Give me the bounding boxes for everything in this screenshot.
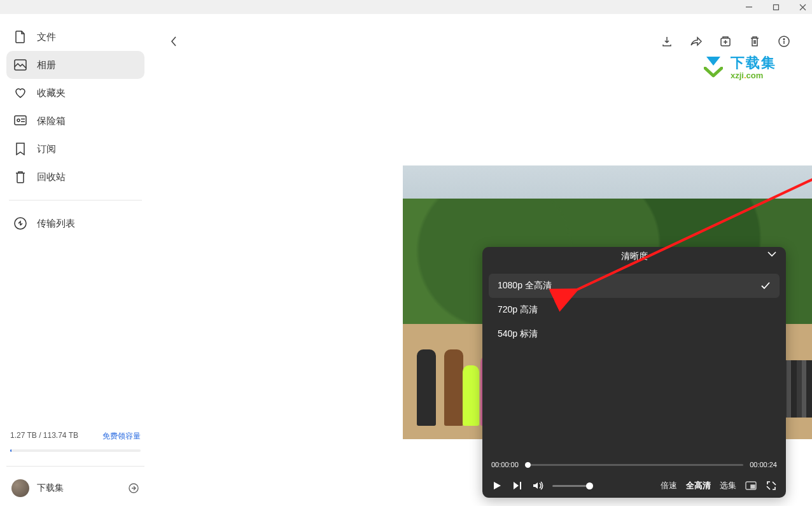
progress-track[interactable]	[525, 464, 743, 466]
svg-rect-15	[751, 485, 755, 488]
quality-option-label: 540p 标清	[498, 328, 538, 340]
sidebar-divider	[6, 466, 144, 467]
pip-button[interactable]	[745, 480, 757, 491]
sidebar-item-label: 保险箱	[37, 115, 66, 127]
quality-panel-close[interactable]	[767, 251, 777, 257]
heart-icon	[14, 87, 27, 99]
avatar	[11, 479, 29, 497]
play-button[interactable]	[491, 480, 503, 491]
quality-option-1080p[interactable]: 1080p 全高清	[489, 274, 780, 298]
quality-option-label: 1080p 全高清	[498, 280, 552, 292]
total-time: 00:00:24	[750, 461, 777, 468]
sidebar-item-label: 传输列表	[37, 218, 75, 230]
storage-get-more-link[interactable]: 免费领容量	[102, 431, 141, 442]
user-name: 下载集	[37, 482, 120, 494]
bookmark-icon	[14, 143, 27, 155]
trash-icon	[14, 171, 27, 183]
svg-point-6	[17, 119, 20, 122]
volume-slider[interactable]	[552, 485, 591, 487]
content-area: 下载集 xzji.com 清晰度 1080p 全高清	[151, 14, 812, 506]
watermark-title: 下载集	[731, 56, 776, 70]
progress-bar[interactable]: 00:00:00 00:00:24	[491, 461, 777, 468]
transfer-icon	[14, 217, 27, 230]
sidebar-item-safe[interactable]: 保险箱	[6, 107, 144, 135]
storage-bar	[10, 449, 141, 452]
episodes-button[interactable]: 选集	[720, 480, 736, 491]
sidebar-item-files[interactable]: 文件	[6, 23, 144, 51]
quality-option-label: 720p 高清	[498, 304, 538, 316]
sidebar-item-favorites[interactable]: 收藏夹	[6, 79, 144, 107]
check-icon	[760, 282, 771, 290]
sidebar-item-label: 回收站	[37, 171, 66, 183]
sidebar-separator	[9, 200, 142, 200]
quality-panel-title: 清晰度	[621, 251, 648, 262]
add-to-button[interactable]	[719, 35, 732, 48]
sidebar-item-label: 文件	[37, 31, 56, 43]
top-actions	[661, 35, 790, 48]
quality-options: 1080p 全高清 720p 高清 540p 标清	[482, 266, 786, 354]
album-icon	[14, 59, 27, 71]
svg-rect-5	[15, 116, 26, 125]
share-button[interactable]	[690, 35, 703, 48]
current-time: 00:00:00	[491, 461, 519, 468]
player-controls: 倍速 全高清 选集	[491, 480, 777, 491]
sidebar-item-transfer[interactable]: 传输列表	[6, 209, 144, 237]
window-minimize-button[interactable]	[745, 3, 753, 11]
quality-option-540p[interactable]: 540p 标清	[489, 322, 780, 346]
user-row[interactable]: 下载集	[6, 475, 144, 506]
file-icon	[14, 31, 27, 43]
watermark-icon	[701, 55, 725, 80]
sidebar-item-label: 订阅	[37, 143, 56, 155]
delete-button[interactable]	[748, 35, 761, 48]
settings-icon[interactable]	[128, 482, 139, 494]
storage-total: 113.74 TB	[43, 431, 78, 440]
quality-panel: 清晰度 1080p 全高清 720p 高清 540p 标清	[482, 247, 786, 498]
sidebar-item-label: 相册	[37, 59, 56, 71]
window-titlebar	[0, 0, 812, 14]
volume-icon[interactable]	[532, 480, 543, 491]
download-button[interactable]	[661, 35, 673, 48]
window-maximize-button[interactable]	[771, 3, 780, 11]
svg-rect-1	[773, 4, 778, 10]
svg-point-13	[783, 39, 785, 40]
storage-info: 1.27 TB / 113.74 TB 免费领容量	[6, 431, 144, 447]
sidebar: 文件 相册 收藏夹 保险箱 订阅 回收站 传输列表	[0, 14, 151, 506]
quality-button[interactable]: 全高清	[686, 480, 711, 491]
watermark: 下载集 xzji.com	[701, 55, 776, 80]
safe-icon	[14, 115, 27, 127]
window-close-button[interactable]	[798, 3, 807, 11]
storage-used: 1.27 TB	[10, 431, 37, 440]
sidebar-item-subscribe[interactable]: 订阅	[6, 135, 144, 163]
quality-option-720p[interactable]: 720p 高清	[489, 298, 780, 322]
info-button[interactable]	[778, 35, 790, 48]
next-button[interactable]	[512, 480, 523, 491]
sidebar-item-trash[interactable]: 回收站	[6, 163, 144, 191]
fullscreen-button[interactable]	[766, 480, 777, 491]
video-player[interactable]: 清晰度 1080p 全高清 720p 高清 540p 标清	[403, 165, 812, 439]
sidebar-item-album[interactable]: 相册	[6, 51, 144, 79]
speed-button[interactable]: 倍速	[661, 480, 677, 491]
sidebar-item-label: 收藏夹	[37, 87, 66, 99]
back-button[interactable]	[167, 35, 180, 48]
